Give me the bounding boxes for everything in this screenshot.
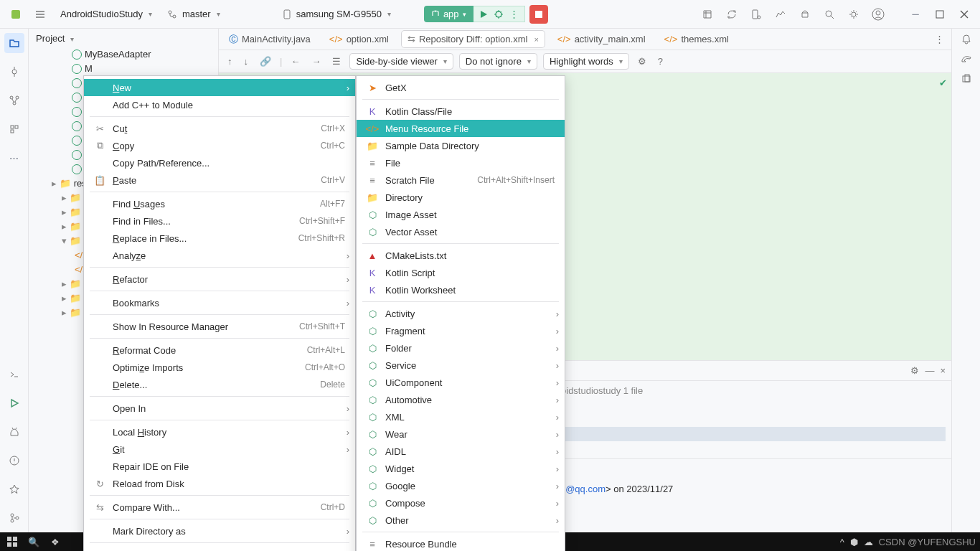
menu-item[interactable]: ≡Resource Bundle bbox=[357, 535, 565, 551]
tray-up-icon[interactable]: ^ bbox=[840, 537, 844, 547]
debug-icon[interactable] bbox=[494, 9, 504, 19]
menu-item[interactable]: Replace in Files...Ctrl+Shift+R bbox=[84, 230, 355, 247]
menu-item[interactable]: ➤GetX bbox=[357, 79, 565, 96]
menu-item[interactable]: ⬡UiComponent bbox=[357, 374, 565, 391]
sync-icon[interactable] bbox=[722, 4, 742, 24]
menu-item[interactable]: Show In Resource ManagerCtrl+Shift+T bbox=[84, 318, 355, 335]
menu-item[interactable]: Convert Java File to Kotlin FileCtrl+Alt… bbox=[84, 546, 355, 551]
highlight-select[interactable]: Highlight words bbox=[543, 53, 629, 70]
run-tool-icon[interactable] bbox=[4, 393, 24, 413]
menu-item[interactable]: 📁Sample Data Directory bbox=[357, 137, 565, 154]
bookmarks-tool-icon[interactable] bbox=[4, 119, 24, 139]
gear-icon[interactable]: ⚙ bbox=[635, 55, 649, 68]
win-start-icon[interactable] bbox=[4, 535, 20, 548]
menu-item[interactable]: ✂CutCtrl+X bbox=[84, 120, 355, 137]
menu-item[interactable]: ↻Reload from Disk bbox=[84, 475, 355, 492]
menu-item[interactable]: Find in Files...Ctrl+Shift+F bbox=[84, 212, 355, 230]
editor-tab[interactable]: ⒸMainActivity.java bbox=[223, 30, 316, 49]
link-icon[interactable]: 🔗 bbox=[257, 55, 274, 68]
menu-item[interactable]: Local History bbox=[84, 423, 355, 441]
project-selector[interactable]: AndroidStudioStudy bbox=[55, 6, 158, 22]
structure-tool-icon[interactable] bbox=[4, 90, 24, 110]
menu-item[interactable]: 📋PasteCtrl+V bbox=[84, 171, 355, 189]
menu-item[interactable]: Git bbox=[84, 441, 355, 458]
menu-item[interactable]: ⬡Service bbox=[357, 357, 565, 374]
menu-item[interactable]: Copy Path/Reference... bbox=[84, 154, 355, 171]
tab-close-icon[interactable]: × bbox=[534, 35, 538, 44]
editor-tab[interactable]: ⇆Repository Diff: option.xml× bbox=[402, 31, 545, 47]
editor-tab[interactable]: </>themes.xml bbox=[659, 31, 735, 47]
menu-item[interactable]: ≡File bbox=[357, 154, 565, 171]
menu-item[interactable]: ⬡AIDL bbox=[357, 443, 565, 460]
project-panel-header[interactable]: Project bbox=[29, 29, 218, 47]
menu-item[interactable]: Repair IDE on File bbox=[84, 458, 355, 475]
menu-item[interactable]: ⬡Automotive bbox=[357, 391, 565, 408]
device-selector[interactable]: samsung SM-G9550 bbox=[278, 6, 397, 22]
close-icon[interactable] bbox=[954, 4, 974, 24]
menu-item[interactable]: Analyze bbox=[84, 247, 355, 264]
back-icon[interactable]: ← bbox=[288, 55, 303, 68]
menu-item[interactable]: ▲CMakeLists.txt bbox=[357, 247, 565, 264]
menu-item[interactable]: ⬡Compose bbox=[357, 494, 565, 512]
menu-item[interactable]: Refactor bbox=[84, 270, 355, 288]
min-icon[interactable]: — bbox=[925, 365, 934, 376]
ignore-select[interactable]: Do not ignore bbox=[459, 53, 537, 70]
tb-app-icon[interactable]: ❖ bbox=[47, 535, 63, 548]
menu-item[interactable]: Add C++ to Module bbox=[84, 96, 355, 113]
menu-item[interactable]: ⬡Fragment bbox=[357, 322, 565, 339]
menu-item[interactable]: KKotlin Worksheet bbox=[357, 281, 565, 298]
tb-search-icon[interactable]: 🔍 bbox=[26, 535, 42, 548]
menu-item[interactable]: ⬡Activity bbox=[357, 305, 565, 322]
next-change-icon[interactable]: ↓ bbox=[241, 55, 252, 68]
vcs-icon[interactable] bbox=[4, 508, 24, 528]
branch-selector[interactable]: master bbox=[162, 6, 226, 22]
menu-item[interactable]: Find UsagesAlt+F7 bbox=[84, 195, 355, 212]
stop-button[interactable] bbox=[529, 5, 548, 24]
prev-change-icon[interactable]: ↑ bbox=[225, 55, 235, 68]
menu-item[interactable]: Delete...Delete bbox=[84, 376, 355, 393]
view-mode-select[interactable]: Side-by-side viewer bbox=[349, 53, 453, 70]
forward-icon[interactable]: → bbox=[308, 55, 324, 68]
menu-item[interactable]: ≡Scratch FileCtrl+Alt+Shift+Insert bbox=[357, 171, 565, 189]
menu-item[interactable]: ⬡Folder bbox=[357, 339, 565, 357]
gear2-icon[interactable]: ⚙ bbox=[910, 365, 919, 376]
menu-item[interactable]: Open In bbox=[84, 400, 355, 417]
menu-item[interactable]: ⬡XML bbox=[357, 408, 565, 425]
menu-item[interactable]: ⬡Other bbox=[357, 512, 565, 529]
menu-item[interactable]: Optimize ImportsCtrl+Alt+O bbox=[84, 359, 355, 376]
user-icon[interactable] bbox=[868, 4, 888, 24]
search-icon[interactable] bbox=[819, 4, 839, 24]
menu-item[interactable]: Reformat CodeCtrl+Alt+L bbox=[84, 342, 355, 359]
close2-icon[interactable]: × bbox=[940, 365, 946, 376]
menu-item[interactable]: ⬡Image Asset bbox=[357, 206, 565, 223]
list-icon[interactable]: ☰ bbox=[329, 55, 344, 68]
gradle-icon[interactable] bbox=[961, 53, 972, 65]
settings-icon[interactable] bbox=[844, 4, 864, 24]
profiler-icon[interactable] bbox=[771, 4, 791, 24]
problems-icon[interactable] bbox=[4, 451, 24, 471]
menu-item[interactable]: ⇆Compare With...Ctrl+D bbox=[84, 499, 355, 516]
menu-item[interactable]: ⬡Vector Asset bbox=[357, 223, 565, 240]
todo-icon[interactable] bbox=[4, 479, 24, 499]
tray-icon[interactable]: ☁ bbox=[864, 537, 873, 547]
menu-item[interactable]: 📁Directory bbox=[357, 189, 565, 206]
menu-item[interactable]: ⧉CopyCtrl+C bbox=[84, 137, 355, 154]
apk-icon[interactable] bbox=[795, 4, 815, 24]
menu-item[interactable]: ⬡Wear bbox=[357, 425, 565, 443]
more-tool-icon[interactable]: ⋯ bbox=[4, 148, 24, 168]
context-menu[interactable]: NewAdd C++ to Module✂CutCtrl+X⧉CopyCtrl+… bbox=[83, 75, 356, 551]
menu-item[interactable]: Bookmarks bbox=[84, 294, 355, 311]
help-icon[interactable]: ? bbox=[655, 55, 666, 68]
editor-tab[interactable]: </>activity_main.xml bbox=[552, 31, 651, 47]
menu-item[interactable]: ⬡Widget bbox=[357, 460, 565, 477]
device-manager-icon[interactable] bbox=[746, 4, 766, 24]
hamburger-icon[interactable] bbox=[30, 4, 50, 24]
tray-icon[interactable]: ⬢ bbox=[850, 537, 858, 547]
menu-item[interactable]: KKotlin Class/File bbox=[357, 103, 565, 120]
menu-item[interactable]: ⬡Google bbox=[357, 477, 565, 494]
notif-icon[interactable] bbox=[961, 33, 972, 44]
menu-item[interactable]: Mark Directory as bbox=[84, 522, 355, 540]
maximize-icon[interactable] bbox=[930, 4, 950, 24]
logcat-icon[interactable] bbox=[4, 422, 24, 442]
menu-item[interactable]: KKotlin Script bbox=[357, 264, 565, 281]
